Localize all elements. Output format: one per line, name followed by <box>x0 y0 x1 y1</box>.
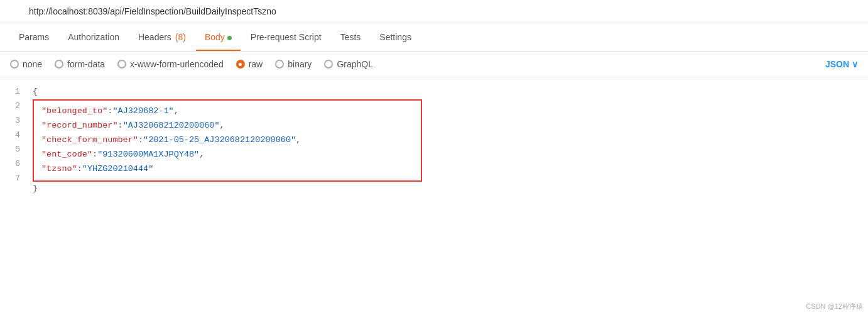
tab-badge-headers: (8) <box>175 32 186 42</box>
code-line-5: "ent_code":"91320600MA1XJPQY48", <box>41 148 413 162</box>
tab-settings[interactable]: Settings <box>371 23 420 51</box>
radio-label-x-www-form-urlencoded: x-www-form-urlencoded <box>130 59 224 69</box>
body-option-none[interactable]: none <box>10 59 42 69</box>
body-option-graphql[interactable]: GraphQL <box>324 59 373 69</box>
radio-circle-raw <box>236 60 245 69</box>
body-options-row: noneform-datax-www-form-urlencodedrawbin… <box>0 52 868 77</box>
body-option-x-www-form-urlencoded[interactable]: x-www-form-urlencoded <box>117 59 224 69</box>
radio-circle-x-www-form-urlencoded <box>117 60 126 69</box>
line-number-7: 7 <box>8 172 20 186</box>
tab-authorization[interactable]: Authorization <box>59 23 128 51</box>
code-val-6: "YHZG20210444" <box>82 164 153 174</box>
code-key-4: "check_form_number" <box>41 135 138 145</box>
body-option-raw[interactable]: raw <box>236 59 263 69</box>
code-line-1: { <box>33 85 860 99</box>
radio-label-form-data: form-data <box>67 59 105 69</box>
line-number-4: 4 <box>8 128 20 143</box>
body-option-form-data[interactable]: form-data <box>55 59 105 69</box>
code-val-2: "AJ320682-1" <box>112 106 173 116</box>
tabs-row: ParamsAuthorizationHeaders (8)BodyPre-re… <box>0 23 868 52</box>
tab-tests[interactable]: Tests <box>332 23 370 51</box>
radio-label-binary: binary <box>288 59 312 69</box>
url-input[interactable] <box>29 6 858 16</box>
json-type-selector[interactable]: JSON∨ <box>825 59 858 69</box>
code-line-3: "record_number":"AJ320682120200060", <box>41 119 413 133</box>
tab-pre-request[interactable]: Pre-request Script <box>242 23 330 51</box>
radio-circle-form-data <box>55 60 63 69</box>
code-key-6: "tzsno" <box>41 164 77 174</box>
radio-label-raw: raw <box>249 59 263 69</box>
code-val-3: "AJ320682120200060" <box>123 121 220 130</box>
code-key-5: "ent_code" <box>41 150 92 159</box>
radio-circle-binary <box>275 60 284 69</box>
line-number-3: 3 <box>8 114 20 128</box>
radio-label-none: none <box>23 59 42 69</box>
json-chevron-icon: ∨ <box>852 59 858 69</box>
code-val-4: "2021-05-25_AJ320682120200060" <box>143 135 296 145</box>
tab-headers[interactable]: Headers (8) <box>129 23 195 51</box>
editor-area: 1234567 { "belonged_to":"AJ320682-1", "r… <box>0 77 868 253</box>
code-content[interactable]: { "belonged_to":"AJ320682-1", "record_nu… <box>25 77 868 253</box>
line-number-2: 2 <box>8 99 20 114</box>
radio-circle-graphql <box>324 60 333 69</box>
radio-circle-none <box>10 60 19 69</box>
tab-body[interactable]: Body <box>196 23 241 51</box>
url-bar <box>0 0 868 23</box>
http-method <box>10 8 16 15</box>
line-number-1: 1 <box>8 85 20 99</box>
method-dropdown[interactable] <box>10 8 19 15</box>
tab-params[interactable]: Params <box>10 23 58 51</box>
line-number-6: 6 <box>8 157 20 172</box>
code-line-6: "tzsno":"YHZG20210444" <box>41 162 413 177</box>
line-number-5: 5 <box>8 143 20 157</box>
tab-dot-body <box>227 36 232 40</box>
code-box: "belonged_to":"AJ320682-1", "record_numb… <box>33 99 422 182</box>
code-key-3: "record_number" <box>41 121 118 130</box>
code-line-2: "belonged_to":"AJ320682-1", <box>41 104 413 119</box>
code-val-5: "91320600MA1XJPQY48" <box>97 150 199 159</box>
body-option-binary[interactable]: binary <box>275 59 312 69</box>
json-label: JSON <box>825 59 849 69</box>
code-line-7: } <box>33 182 860 196</box>
radio-label-graphql: GraphQL <box>337 59 373 69</box>
line-numbers: 1234567 <box>0 77 25 253</box>
code-key-2: "belonged_to" <box>41 106 107 116</box>
code-line-4: "check_form_number":"2021-05-25_AJ320682… <box>41 133 413 148</box>
